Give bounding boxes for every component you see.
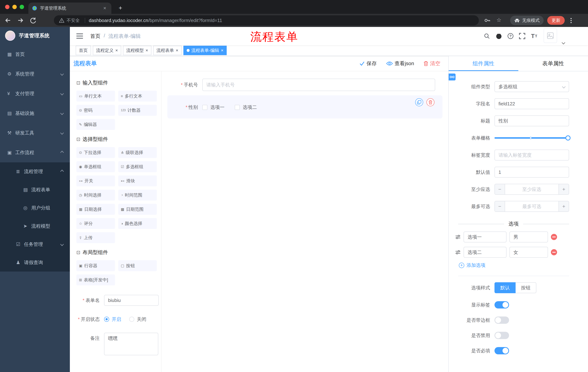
zoom-window-button[interactable] (20, 5, 24, 9)
update-button[interactable]: 更新 (547, 16, 565, 25)
palette-item-rate[interactable]: ☆评分 (76, 218, 115, 229)
copy-field-button[interactable] (415, 98, 423, 106)
canvas-field-gender-selected[interactable]: 性别 选项一 选项二 (167, 95, 442, 118)
style-button-button[interactable]: 按钮 (515, 282, 536, 293)
form-grid-slider[interactable] (494, 132, 569, 143)
browser-tab[interactable]: 芋道管理系统 (28, 2, 111, 14)
close-icon[interactable] (146, 48, 148, 53)
tag-home[interactable]: 首页 (76, 46, 91, 55)
label-width-input[interactable] (494, 149, 569, 160)
tag-process-form[interactable]: 流程表单 (153, 46, 182, 55)
palette-item-slider[interactable]: ⊷滑块 (118, 175, 157, 186)
close-window-button[interactable] (5, 5, 10, 9)
drag-handle-icon[interactable] (455, 234, 461, 240)
status-off-label[interactable]: 关闭 (137, 316, 146, 322)
palette-item-time-range[interactable]: ◔时间范围 (118, 190, 157, 201)
palette-item-editor[interactable]: ✎编辑器 (76, 119, 115, 130)
min-select-value[interactable]: 至少应选 (505, 184, 558, 194)
palette-item-button[interactable]: ▢按钮 (118, 260, 157, 271)
view-json-button[interactable]: 查看json (386, 60, 414, 67)
gender-option2-checkbox[interactable] (235, 105, 240, 110)
palette-item-date-range[interactable]: ▩日期范围 (118, 204, 157, 215)
close-icon[interactable] (115, 48, 118, 53)
back-icon[interactable] (4, 17, 12, 24)
url-field[interactable]: 不安全 dashboard.yudao.iocoder.cn /bpm/mana… (54, 15, 479, 25)
status-on-radio[interactable] (104, 317, 109, 322)
palette-item-radio-group[interactable]: ◉单选框组 (76, 161, 115, 172)
palette-item-time-picker[interactable]: ◷时间选择 (76, 190, 115, 201)
sidebar-item-payment[interactable]: ¥ 支付管理 (0, 84, 70, 103)
delete-field-button[interactable] (426, 98, 434, 106)
tag-process-definition[interactable]: 流程定义 (93, 46, 121, 55)
phone-input[interactable] (202, 79, 435, 91)
gender-option2-label[interactable]: 选项二 (243, 104, 257, 110)
close-icon[interactable] (176, 48, 178, 53)
tab-form-props[interactable]: 表单属性 (518, 56, 588, 71)
help-icon[interactable] (508, 33, 514, 39)
avatar-caret-icon[interactable] (562, 39, 565, 45)
password-key-icon[interactable] (484, 17, 491, 24)
title-input[interactable] (494, 115, 569, 126)
tab-component-props[interactable]: 组件属性 (449, 56, 518, 71)
palette-item-single-text[interactable]: ▭单行文本 (76, 91, 115, 102)
hamburger-icon[interactable] (76, 33, 83, 39)
disabled-switch[interactable] (494, 332, 509, 339)
palette-item-switch[interactable]: ⊶开关 (76, 175, 115, 186)
sidebar-item-task-management[interactable]: ☑ 任务管理 (0, 235, 70, 253)
form-name-input[interactable] (104, 295, 159, 306)
remark-textarea[interactable]: 嘿嘿 (104, 333, 158, 355)
sidebar-item-system[interactable]: ⚙ 系统管理 (0, 64, 70, 84)
status-off-radio[interactable] (129, 317, 134, 322)
canvas-field-phone[interactable]: 手机号 (167, 79, 442, 91)
palette-item-row-container[interactable]: ▣行容器 (76, 260, 115, 271)
github-icon[interactable] (496, 33, 502, 39)
sidebar-item-process-model[interactable]: ➤ 流程模型 (0, 217, 70, 235)
reload-icon[interactable] (29, 17, 36, 24)
palette-item-color-picker[interactable]: ◑颜色选择 (118, 218, 157, 229)
font-size-icon[interactable] (531, 33, 537, 39)
palette-item-password[interactable]: ⊝密码 (76, 105, 115, 116)
sidebar-item-user-group[interactable]: ◎ 用户分组 (0, 199, 70, 217)
sidebar-item-process-management[interactable]: ≣ 流程管理 (0, 162, 70, 181)
palette-item-date-picker[interactable]: ▦日期选择 (76, 204, 115, 215)
decrease-button[interactable] (495, 201, 505, 212)
forward-icon[interactable] (17, 17, 24, 24)
option-label-input[interactable] (463, 232, 506, 242)
required-switch[interactable] (494, 347, 509, 354)
browser-menu-icon[interactable] (570, 17, 572, 24)
breadcrumb-home[interactable]: 首页 (90, 33, 100, 40)
status-on-label[interactable]: 开启 (112, 316, 121, 322)
palette-item-upload[interactable]: ⇪上传 (76, 232, 115, 243)
increase-button[interactable] (558, 201, 569, 212)
option-value-input[interactable] (509, 232, 548, 242)
search-icon[interactable] (483, 33, 490, 39)
avatar[interactable] (544, 28, 557, 43)
palette-item-table[interactable]: ⊞表格[开发中] (76, 275, 115, 285)
save-button[interactable]: 保存 (359, 60, 377, 67)
bookmark-star-icon[interactable]: ☆ (496, 17, 501, 23)
add-option-button[interactable]: 添加选项 (459, 262, 569, 268)
gender-option1-label[interactable]: 选项一 (210, 104, 224, 110)
clear-button[interactable]: 清空 (423, 60, 440, 67)
drag-handle-icon[interactable] (455, 250, 461, 255)
link-badge[interactable] (449, 74, 456, 80)
palette-item-multi-text[interactable]: ≡多行文本 (118, 91, 157, 102)
remove-option-icon[interactable] (551, 234, 557, 240)
palette-item-checkbox-group[interactable]: ☑多选框组 (118, 161, 157, 172)
default-value-input[interactable] (494, 167, 569, 178)
increase-button[interactable] (558, 184, 569, 194)
decrease-button[interactable] (495, 184, 505, 194)
option-value-input[interactable] (509, 247, 548, 258)
palette-item-counter[interactable]: 123计数器 (118, 105, 157, 116)
slider-handle[interactable] (566, 135, 570, 140)
border-switch[interactable] (494, 317, 509, 324)
style-default-button[interactable]: 默认 (494, 282, 515, 293)
field-name-input[interactable] (494, 98, 569, 109)
close-icon[interactable] (221, 48, 223, 53)
option-label-input[interactable] (463, 247, 506, 258)
sidebar-item-infrastructure[interactable]: ▤ 基础设施 (0, 103, 70, 123)
component-type-select[interactable]: 多选框组 (494, 81, 569, 92)
sidebar-item-devtools[interactable]: ⚒ 研发工具 (0, 123, 70, 143)
minimize-window-button[interactable] (12, 5, 17, 9)
sidebar-item-leave-query[interactable]: ♟ 请假查询 (0, 253, 70, 272)
